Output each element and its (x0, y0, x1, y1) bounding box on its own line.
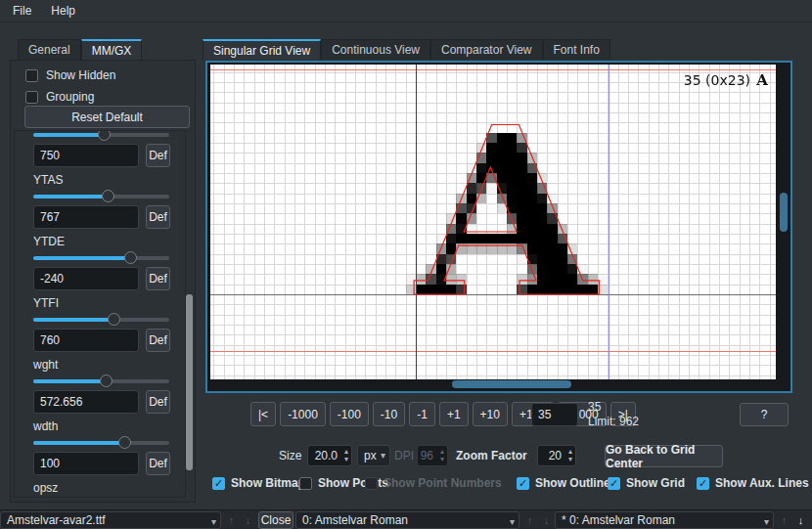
canvas-horizontal-scrollbar (210, 379, 776, 389)
tab-general[interactable]: General (18, 39, 81, 60)
axis-slider[interactable] (33, 313, 169, 325)
axis-value-input[interactable]: 572.656 (33, 390, 139, 414)
axes-scrollbar-handle[interactable] (186, 294, 193, 470)
toggle-label: Show Point Numbers (383, 476, 502, 490)
slider-handle[interactable] (118, 436, 131, 449)
axis-def-button[interactable]: Def (146, 144, 170, 167)
face-dropdown-right[interactable]: * 0: Amstelvar Roman ▾ (555, 511, 774, 529)
axis-value-input[interactable]: 767 (33, 205, 139, 229)
nav-minus-1-button[interactable]: -1 (409, 402, 435, 426)
slider-fill (33, 195, 108, 198)
sidebar-tab-bar: General MM/GX (18, 39, 142, 60)
nav-minus-1000-button[interactable]: -1000 (280, 402, 326, 426)
slider-handle[interactable] (98, 130, 111, 141)
axis-slider[interactable] (33, 190, 169, 201)
dpi-value: 96 (421, 449, 433, 463)
chevron-down-icon: ▾ (381, 450, 385, 461)
go-back-to-grid-center-button[interactable]: Go Back to Grid Center (605, 445, 723, 467)
dpi-label: DPI (394, 449, 414, 463)
unit-value: px (364, 449, 377, 463)
spin-arrows-icon[interactable]: ▴▾ (568, 448, 572, 463)
tab-mmgx[interactable]: MM/GX (81, 39, 143, 60)
face-left-down-button[interactable]: ↓ (539, 512, 554, 528)
face-right-up-button[interactable]: ↑ (777, 512, 791, 528)
checkbox[interactable]: ✓ (212, 477, 225, 490)
glyph-canvas[interactable] (210, 65, 776, 379)
axis-def-button[interactable]: Def (146, 329, 170, 352)
glyph-view-frame (205, 61, 792, 393)
face-right-down-button[interactable]: ↓ (793, 512, 808, 528)
axis-def-button[interactable]: Def (146, 205, 170, 229)
face-dropdown-left[interactable]: 0: Amstelvar Roman ▾ (295, 511, 519, 529)
grouping-checkbox[interactable]: ✓ (25, 91, 38, 104)
checkbox[interactable]: ✓ (697, 477, 709, 490)
axis-row: wght 572.656 Def (15, 356, 185, 418)
axis-slider[interactable] (33, 436, 169, 448)
slider-handle[interactable] (102, 190, 114, 202)
tab-continuous-view[interactable]: Continuous View (321, 39, 430, 60)
checkbox[interactable]: ✓ (299, 477, 312, 490)
font-file-value: Amstelvar-avar2.ttf (7, 513, 106, 527)
menu-help[interactable]: Help (42, 1, 84, 21)
axis-row: opsz (15, 479, 185, 498)
check-icon: ✓ (214, 478, 223, 489)
menu-file[interactable]: File (4, 1, 40, 21)
axis-def-button[interactable]: Def (146, 390, 170, 414)
toggle-show-outlines: ✓ Show Outlines (517, 476, 616, 490)
nav-plus-10-button[interactable]: +10 (473, 402, 508, 426)
check-icon: ✓ (519, 478, 527, 489)
reset-default-button[interactable]: Reset Default (24, 106, 190, 128)
axis-row: YTDE -240 Def (15, 233, 185, 294)
nav-minus-10-button[interactable]: -10 (373, 402, 405, 426)
axis-slider[interactable] (33, 251, 169, 263)
toggle-show-point-numbers: ✓ Show Point Numbers (365, 476, 502, 490)
tab-singular-grid-view[interactable]: Singular Grid View (203, 39, 321, 60)
slider-fill (33, 379, 106, 383)
checkbox[interactable]: ✓ (608, 477, 620, 490)
axis-value-input[interactable]: 100 (33, 452, 139, 475)
face-left-up-button[interactable]: ↑ (522, 512, 537, 528)
size-spinner[interactable]: 20.0 ▴▾ (307, 445, 352, 466)
font-down-button[interactable]: ↓ (241, 512, 255, 528)
status-bar: Amstelvar-avar2.ttf ▾ ↑ ↓ Close 0: Amste… (0, 509, 812, 529)
axis-value-input[interactable]: -240 (33, 267, 139, 290)
axis-slider[interactable] (33, 375, 169, 386)
spin-arrows-icon[interactable]: ▴▾ (344, 448, 348, 463)
toggle-label: Show Aux. Lines (715, 476, 809, 490)
nav-plus-1-button[interactable]: +1 (439, 402, 469, 426)
nav-minus-100-button[interactable]: -100 (330, 402, 369, 426)
horizontal-scroll-handle[interactable] (452, 380, 571, 388)
main-tab-bar: Singular Grid View Continuous View Compa… (203, 39, 610, 60)
glyph-index-input[interactable]: 35 (531, 403, 578, 426)
font-up-button[interactable]: ↑ (224, 512, 239, 528)
font-file-dropdown[interactable]: Amstelvar-avar2.ttf ▾ (0, 511, 221, 529)
vertical-scroll-handle[interactable] (780, 193, 788, 232)
axis-slider[interactable] (33, 130, 169, 140)
zoom-factor-spinner[interactable]: 20 ▴▾ (537, 445, 576, 466)
toggle-show-aux-lines: ✓ Show Aux. Lines (697, 476, 809, 490)
axis-name-label: YTAS (33, 173, 181, 188)
dpi-spinner: 96 ▴▾ (417, 445, 448, 466)
axis-def-button[interactable]: Def (146, 452, 170, 475)
unit-dropdown[interactable]: px ▾ (357, 445, 390, 466)
tab-comparator-view[interactable]: Comparator View (430, 39, 542, 60)
axis-value-input[interactable]: 750 (33, 144, 139, 167)
close-button[interactable]: Close (258, 511, 293, 529)
slider-handle[interactable] (124, 251, 137, 264)
axis-name-label: YTFI (33, 296, 181, 311)
axis-def-button[interactable]: Def (146, 267, 170, 290)
tab-font-info[interactable]: Font Info (543, 39, 610, 60)
face-right-value: * 0: Amstelvar Roman (562, 513, 675, 527)
axis-name-label: wdth (33, 419, 181, 434)
toggle-show-bitmap: ✓ Show Bitmap (212, 476, 305, 490)
chevron-down-icon: ▾ (211, 516, 216, 527)
axis-value-input[interactable]: 760 (33, 329, 139, 352)
canvas-vertical-scrollbar (779, 66, 789, 385)
glyph-limit-text: Limit: 962 (588, 415, 639, 429)
help-button[interactable]: ? (740, 403, 789, 426)
slider-handle[interactable] (100, 375, 113, 387)
slider-handle[interactable] (108, 313, 120, 326)
nav-first-button[interactable]: |< (250, 402, 276, 426)
checkbox[interactable]: ✓ (517, 477, 529, 490)
show-hidden-checkbox[interactable]: ✓ (25, 69, 38, 82)
